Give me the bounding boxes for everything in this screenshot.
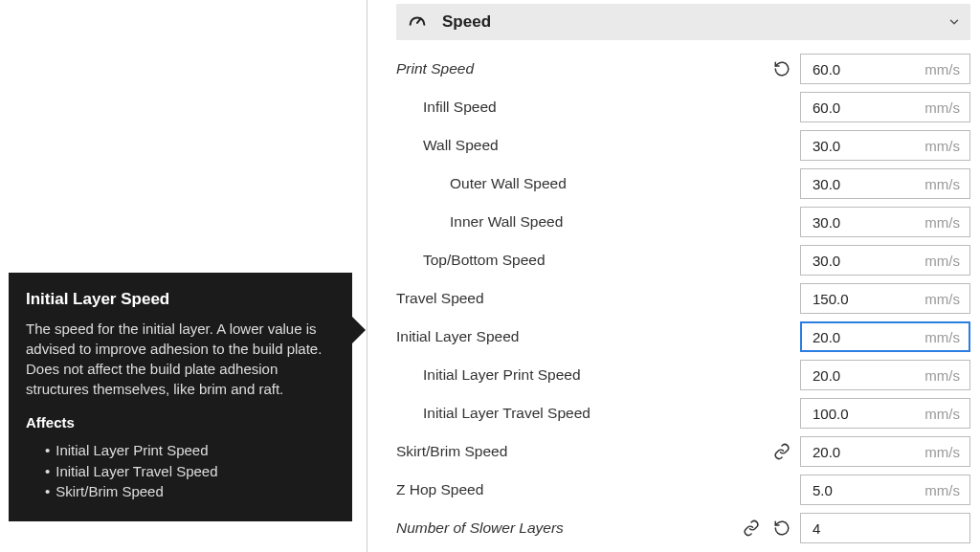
setting-z-hop-speed: Z Hop Speed mm/s xyxy=(396,471,970,509)
setting-num-slower-layers: Number of Slower Layers xyxy=(396,509,970,547)
setting-unit: mm/s xyxy=(924,482,960,498)
setting-label: Skirt/Brim Speed xyxy=(396,443,769,460)
setting-unit: mm/s xyxy=(924,253,960,269)
setting-outer-wall-speed: Outer Wall Speed mm/s xyxy=(396,165,970,203)
setting-input[interactable] xyxy=(811,481,919,499)
setting-input[interactable] xyxy=(811,60,919,78)
setting-label: Outer Wall Speed xyxy=(396,175,800,192)
setting-input[interactable] xyxy=(811,290,919,308)
setting-label: Initial Layer Travel Speed xyxy=(396,405,800,422)
setting-input-wrap[interactable]: mm/s xyxy=(800,245,970,276)
setting-input-wrap[interactable]: mm/s xyxy=(800,168,970,199)
setting-input-wrap[interactable]: mm/s xyxy=(800,130,970,161)
setting-initial-layer-speed: Initial Layer Speed mm/s xyxy=(396,318,970,356)
setting-input-wrap[interactable]: mm/s xyxy=(800,321,970,352)
tooltip-affects-list: Initial Layer Print Speed Initial Layer … xyxy=(26,440,335,502)
setting-input-wrap[interactable]: mm/s xyxy=(800,54,970,84)
setting-unit: mm/s xyxy=(924,329,960,345)
setting-print-speed: Print Speed mm/s xyxy=(396,50,970,88)
reset-icon[interactable] xyxy=(769,516,794,541)
setting-unit: mm/s xyxy=(924,99,960,116)
setting-input[interactable] xyxy=(811,175,919,193)
setting-input-wrap[interactable]: mm/s xyxy=(800,475,970,505)
setting-top-bottom-speed: Top/Bottom Speed mm/s xyxy=(396,241,970,279)
setting-unit: mm/s xyxy=(924,291,960,307)
tooltip-affects-item: Initial Layer Travel Speed xyxy=(45,461,335,482)
setting-label: Initial Layer Print Speed xyxy=(396,366,800,384)
setting-unit: mm/s xyxy=(924,406,960,422)
setting-input-wrap[interactable]: mm/s xyxy=(800,436,970,467)
section-header-speed[interactable]: Speed xyxy=(396,4,970,40)
setting-label: Travel Speed xyxy=(396,290,800,307)
setting-input[interactable] xyxy=(811,328,919,346)
setting-initial-layer-travel-speed: Initial Layer Travel Speed mm/s xyxy=(396,394,970,432)
setting-input[interactable] xyxy=(811,366,919,385)
setting-unit: mm/s xyxy=(924,214,960,231)
setting-input-wrap[interactable]: mm/s xyxy=(800,398,970,429)
link-icon[interactable] xyxy=(769,439,794,464)
link-icon[interactable] xyxy=(739,516,764,541)
tooltip-title: Initial Layer Speed xyxy=(26,288,335,311)
section-title: Speed xyxy=(442,12,947,32)
setting-input-wrap[interactable]: mm/s xyxy=(800,283,970,314)
reset-icon[interactable] xyxy=(769,56,794,81)
setting-unit: mm/s xyxy=(924,367,960,384)
setting-unit: mm/s xyxy=(924,138,960,154)
setting-input-wrap[interactable] xyxy=(800,513,970,543)
setting-input[interactable] xyxy=(811,213,919,232)
setting-travel-speed: Travel Speed mm/s xyxy=(396,279,970,318)
setting-input[interactable] xyxy=(811,405,919,423)
setting-input[interactable] xyxy=(811,443,919,461)
setting-label: Number of Slower Layers xyxy=(396,519,739,537)
setting-unit: mm/s xyxy=(924,444,960,460)
setting-label: Top/Bottom Speed xyxy=(396,252,800,269)
setting-infill-speed: Infill Speed mm/s xyxy=(396,88,970,126)
chevron-down-icon xyxy=(947,15,961,29)
setting-input-wrap[interactable]: mm/s xyxy=(800,360,970,390)
tooltip-affects-item: Initial Layer Print Speed xyxy=(45,440,335,461)
settings-panel: Speed Print Speed mm/s Infill Speed mm/s… xyxy=(368,0,980,552)
setting-skirt-brim-speed: Skirt/Brim Speed mm/s xyxy=(396,432,970,471)
setting-input[interactable] xyxy=(811,519,954,538)
setting-inner-wall-speed: Inner Wall Speed mm/s xyxy=(396,203,970,241)
setting-label: Print Speed xyxy=(396,60,769,77)
left-panel: Initial Layer Speed The speed for the in… xyxy=(0,0,368,552)
setting-label: Wall Speed xyxy=(396,137,800,154)
setting-input-wrap[interactable]: mm/s xyxy=(800,92,970,122)
setting-unit: mm/s xyxy=(924,61,960,77)
setting-initial-layer-print-speed: Initial Layer Print Speed mm/s xyxy=(396,356,970,394)
setting-label: Z Hop Speed xyxy=(396,481,800,498)
setting-input[interactable] xyxy=(811,99,919,117)
setting-unit: mm/s xyxy=(924,176,960,192)
tooltip-affects-label: Affects xyxy=(26,412,335,432)
svg-line-0 xyxy=(417,18,421,23)
setting-input-wrap[interactable]: mm/s xyxy=(800,207,970,237)
tooltip-body: The speed for the initial layer. A lower… xyxy=(26,319,335,399)
tooltip-affects-item: Skirt/Brim Speed xyxy=(45,481,335,502)
speed-icon xyxy=(406,11,429,33)
setting-tooltip: Initial Layer Speed The speed for the in… xyxy=(9,273,352,521)
setting-label: Initial Layer Speed xyxy=(396,328,800,345)
setting-input[interactable] xyxy=(811,137,919,155)
setting-label: Inner Wall Speed xyxy=(396,213,800,231)
setting-input[interactable] xyxy=(811,252,919,270)
setting-wall-speed: Wall Speed mm/s xyxy=(396,126,970,165)
setting-label: Infill Speed xyxy=(396,99,800,116)
